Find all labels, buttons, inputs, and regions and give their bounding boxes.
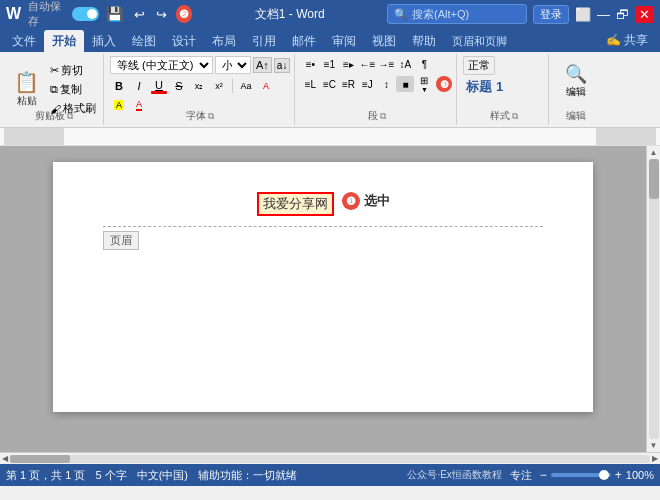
underline-color-bar (151, 91, 167, 94)
doc-area: 我爱分享网 ❶ 选中 页眉 (0, 146, 646, 452)
tab-design[interactable]: 设计 (164, 30, 204, 52)
title-bar-left: W 自动保存 💾 ↩ ↪ ❷ (6, 0, 193, 29)
search-box[interactable]: 🔍 搜索(Alt+Q) (387, 4, 527, 24)
font-name-select[interactable]: 等线 (中文正文) (110, 56, 213, 74)
save-icon[interactable]: 💾 (102, 4, 127, 24)
tab-header-footer[interactable]: 页眉和页脚 (444, 30, 515, 52)
copy-button[interactable]: ⧉ 复制 (47, 81, 99, 98)
styles-group-label: 样式 ⧉ (459, 109, 548, 123)
tab-draw[interactable]: 绘图 (124, 30, 164, 52)
zoom-slider[interactable] (551, 473, 611, 477)
para-row-1: ≡• ≡1 ≡▸ ←≡ →≡ ↕A ¶ (301, 56, 433, 72)
ruler-marks: 1 2 3 4 5 (64, 145, 596, 147)
ruler-left-margin (4, 128, 64, 145)
search-icon: 🔍 (394, 8, 408, 21)
watermark: 公众号·Ex恒函数教程 (407, 468, 501, 482)
subscript-button[interactable]: x₂ (190, 78, 208, 94)
page-info: 第 1 页，共 1 页 (6, 468, 85, 483)
superscript-button[interactable]: x² (210, 78, 228, 94)
list-multilevel-button[interactable]: ≡▸ (339, 56, 357, 72)
login-button[interactable]: 登录 (533, 5, 569, 24)
close-icon[interactable]: ✕ (635, 6, 654, 23)
font-grow-button[interactable]: A↑ (253, 57, 272, 73)
scrollbar-down-button[interactable]: ▼ (650, 441, 658, 450)
scrollbar-track (649, 159, 659, 439)
show-marks-button[interactable]: ¶ (415, 56, 433, 72)
decrease-indent-button[interactable]: ←≡ (358, 56, 376, 72)
scrollbar-up-button[interactable]: ▲ (650, 148, 658, 157)
font-expand-icon[interactable]: ⧉ (208, 111, 214, 122)
restore-icon[interactable]: ⬜ (575, 7, 591, 22)
zoom-in-button[interactable]: + (615, 468, 622, 482)
tab-mail[interactable]: 邮件 (284, 30, 324, 52)
sort-button[interactable]: ↕A (396, 56, 414, 72)
annotation-1-text: 选中 (364, 192, 390, 210)
language: 中文(中国) (137, 468, 188, 483)
maximize-icon[interactable]: 🗗 (616, 7, 629, 22)
tab-home[interactable]: 开始 (44, 30, 84, 52)
borders-icon: ⊞ (420, 75, 428, 86)
tab-references[interactable]: 引用 (244, 30, 284, 52)
doc-container: 我爱分享网 ❶ 选中 页眉 ▲ ▼ (0, 146, 660, 452)
header-label: 页眉 (103, 231, 139, 250)
list-number-button[interactable]: ≡1 (320, 56, 338, 72)
copy-icon: ⧉ (50, 83, 58, 96)
font-shrink-button[interactable]: a↓ (274, 58, 291, 73)
justify-button[interactable]: ≡J (358, 76, 376, 92)
horizontal-scrollbar: ◀ ▶ (0, 452, 660, 464)
search-large-icon: 🔍 (565, 63, 587, 85)
page-content: 我爱分享网 ❶ 选中 (103, 182, 543, 226)
autosave-toggle[interactable] (72, 7, 98, 21)
scroll-left-button[interactable]: ◀ (2, 454, 8, 463)
tab-help[interactable]: 帮助 (404, 30, 444, 52)
font-group: 等线 (中文正文) 小五 五号 四号 A↑ a↓ B I U S x₂ (106, 54, 295, 125)
share-button[interactable]: ✍ 共享 (598, 29, 656, 52)
undo-icon[interactable]: ↩ (130, 5, 149, 24)
align-left-button[interactable]: ≡L (301, 76, 319, 92)
increase-indent-button[interactable]: →≡ (377, 56, 395, 72)
scrollbar-thumb[interactable] (649, 159, 659, 199)
clipboard-expand-icon[interactable]: ⧉ (67, 111, 73, 122)
shading-button[interactable]: ■ (396, 76, 414, 92)
page-header-section: 页眉 (103, 226, 543, 254)
line-spacing-button[interactable]: ↕ (377, 76, 395, 92)
paragraph-expand-icon[interactable]: ⧉ (380, 111, 386, 122)
change-case-button[interactable]: Aa (237, 78, 255, 94)
redo-icon[interactable]: ↪ (152, 5, 171, 24)
styles-expand-icon[interactable]: ⧉ (512, 111, 518, 122)
ruler-right-margin (596, 128, 656, 145)
copy-label: 复制 (60, 82, 82, 97)
tab-layout[interactable]: 布局 (204, 30, 244, 52)
list-bullet-button[interactable]: ≡• (301, 56, 319, 72)
page: 我爱分享网 ❶ 选中 页眉 (53, 162, 593, 412)
focus-button[interactable]: 专注 (510, 468, 532, 483)
clipboard-group-label: 剪贴板 ⧉ (4, 109, 103, 123)
italic-button[interactable]: I (130, 78, 148, 94)
style-heading1[interactable]: 标题 1 (463, 77, 506, 97)
zoom-thumb (599, 470, 609, 480)
editing-group-label: 编辑 (551, 109, 601, 123)
clear-format-button[interactable]: A (257, 78, 275, 94)
tab-file[interactable]: 文件 (4, 30, 44, 52)
strikethrough-button[interactable]: S (170, 78, 188, 94)
minimize-icon[interactable]: — (597, 7, 610, 22)
tab-review[interactable]: 审阅 (324, 30, 364, 52)
zoom-out-button[interactable]: − (540, 468, 547, 482)
vertical-scrollbar[interactable]: ▲ ▼ (646, 146, 660, 452)
align-right-button[interactable]: ≡R (339, 76, 357, 92)
cut-button[interactable]: ✂ 剪切 (47, 62, 99, 79)
borders-button[interactable]: ⊞ ▼ (415, 76, 433, 92)
h-scrollbar-thumb[interactable] (10, 455, 70, 463)
align-center-button[interactable]: ≡C (320, 76, 338, 92)
find-replace-button[interactable]: 🔍 编辑 (559, 56, 593, 106)
zoom-level: 100% (626, 469, 654, 481)
bold-button[interactable]: B (110, 78, 128, 94)
annotation-2-badge: ❷ (176, 5, 193, 23)
tab-view[interactable]: 视图 (364, 30, 404, 52)
tab-insert[interactable]: 插入 (84, 30, 124, 52)
cut-label: 剪切 (61, 63, 83, 78)
style-normal[interactable]: 正常 (463, 56, 495, 75)
status-bar-right: 公众号·Ex恒函数教程 专注 − + 100% (407, 468, 654, 483)
scroll-right-button[interactable]: ▶ (652, 454, 658, 463)
font-size-select[interactable]: 小五 五号 四号 (215, 56, 251, 74)
